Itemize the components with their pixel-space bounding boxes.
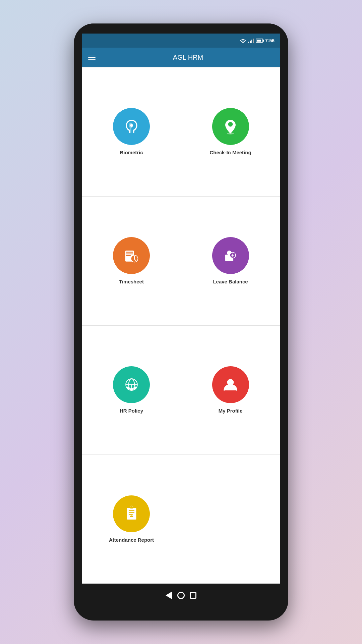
svg-rect-27 [130,507,133,508]
hamburger-menu-icon[interactable] [88,55,96,60]
svg-point-17 [133,387,136,390]
signal-icon [248,38,254,43]
svg-rect-3 [126,252,133,253]
status-time: 7:56 [265,38,275,43]
svg-point-1 [227,132,234,134]
hr-icon-circle [113,366,150,403]
svg-rect-4 [126,253,133,254]
back-icon [166,591,172,599]
home-button[interactable] [175,589,187,601]
grid-item-attendance-report[interactable]: Attendance Report [82,454,181,584]
timesheet-label: Timesheet [119,279,144,284]
biometric-icon-circle [113,108,150,145]
app-bar: AGL HRM [82,48,280,67]
recent-icon [190,592,196,599]
grid-item-biometric[interactable]: Biometric [82,67,181,197]
leave-balance-icon [221,247,240,265]
grid-item-timesheet[interactable]: Timesheet [82,197,181,326]
battery-icon [256,39,263,43]
back-button[interactable] [163,589,175,601]
timesheet-icon-circle [113,237,150,274]
wifi-icon [240,38,246,43]
hamburger-line-2 [88,57,96,58]
location-pin-icon [221,117,240,136]
grid-item-my-profile[interactable]: My Profile [181,326,280,455]
phone-frame: 7:56 AGL HRM [74,23,288,621]
svg-rect-22 [127,508,136,519]
content-grid: Biometric Check-In Meeting [82,67,280,584]
bottom-nav [143,584,219,607]
home-icon [177,592,185,599]
svg-rect-24 [128,512,134,513]
svg-point-15 [126,387,129,390]
app-title: AGL HRM [102,54,274,61]
status-icons: 7:56 [240,38,275,43]
my-profile-label: My Profile [219,408,243,414]
empty-grid-cell [181,454,280,584]
check-in-icon-circle [212,108,249,145]
svg-rect-23 [128,510,134,511]
svg-rect-25 [128,514,132,515]
finger-touch-icon [122,117,141,136]
recent-button[interactable] [187,589,199,601]
hr-policy-icon [122,375,141,394]
attendance-report-icon [122,504,141,523]
biometric-label: Biometric [120,150,143,155]
leave-icon-circle [212,237,249,274]
grid-item-hr-policy[interactable]: HR Policy [82,326,181,455]
hamburger-line-1 [88,55,96,55]
grid-item-check-in-meeting[interactable]: Check-In Meeting [181,67,280,197]
grid-item-leave-balance[interactable]: Leave Balance [181,197,280,326]
attendance-icon-circle [113,495,150,532]
my-profile-icon [221,375,240,394]
profile-icon-circle [212,366,249,403]
phone-screen: 7:56 AGL HRM [82,34,280,584]
hr-policy-label: HR Policy [120,408,143,414]
svg-rect-5 [126,255,131,256]
attendance-report-label: Attendance Report [109,537,154,543]
check-in-label: Check-In Meeting [209,150,251,155]
svg-point-16 [130,388,133,391]
timesheet-icon [122,247,141,265]
leave-label: Leave Balance [213,279,248,284]
status-bar: 7:56 [82,34,280,48]
hamburger-line-3 [88,59,96,60]
